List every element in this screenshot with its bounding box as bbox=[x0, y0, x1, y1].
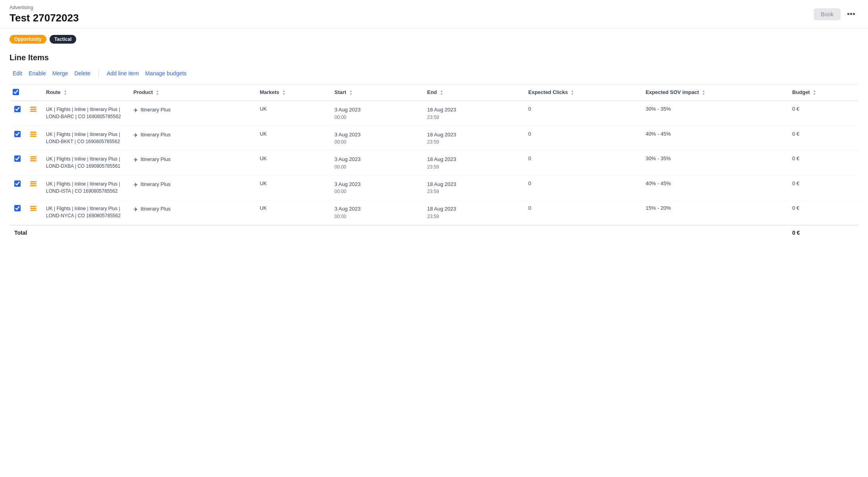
row-checkbox[interactable] bbox=[14, 155, 21, 162]
markets-cell: UK bbox=[255, 151, 329, 176]
end-sort-icon[interactable]: ▲▼ bbox=[440, 90, 443, 96]
end-time-value: 23:59 bbox=[427, 213, 519, 220]
opportunity-tag: Opportunity bbox=[10, 35, 46, 44]
markets-cell: UK bbox=[255, 126, 329, 151]
row-checkbox[interactable] bbox=[14, 106, 21, 112]
start-date-value: 3 Aug 2023 bbox=[335, 106, 418, 114]
header-actions: Book ••• bbox=[814, 8, 858, 20]
clicks-cell: 0 bbox=[523, 200, 641, 225]
start-date: 3 Aug 2023 00:00 bbox=[335, 106, 418, 121]
drag-handle-cell bbox=[25, 151, 41, 176]
start-time-value: 00:00 bbox=[335, 114, 418, 121]
table-row: UK | Flights | Inline | Itinerary Plus |… bbox=[10, 101, 858, 126]
table-row: UK | Flights | Inline | Itinerary Plus |… bbox=[10, 175, 858, 200]
start-cell: 3 Aug 2023 00:00 bbox=[330, 200, 423, 225]
start-cell: 3 Aug 2023 00:00 bbox=[330, 126, 423, 151]
drag-handle[interactable] bbox=[30, 131, 37, 137]
plane-icon: ✈ bbox=[133, 157, 138, 163]
end-cell: 18 Aug 2023 23:59 bbox=[422, 101, 523, 126]
sov-cell: 40% - 45% bbox=[641, 175, 787, 200]
plane-icon: ✈ bbox=[133, 132, 138, 138]
enable-button[interactable]: Enable bbox=[25, 69, 49, 78]
end-date: 18 Aug 2023 23:59 bbox=[427, 106, 519, 121]
drag-handle[interactable] bbox=[30, 205, 37, 211]
markets-sort-icon[interactable]: ▲▼ bbox=[282, 90, 285, 96]
clicks-cell: 0 bbox=[523, 175, 641, 200]
row-checkbox[interactable] bbox=[14, 180, 21, 187]
end-time-value: 23:59 bbox=[427, 188, 519, 195]
route-cell: UK | Flights | Inline | Itinerary Plus |… bbox=[41, 175, 129, 200]
end-date-value: 18 Aug 2023 bbox=[427, 180, 519, 188]
budget-cell: 0 € bbox=[787, 151, 858, 176]
total-row: Total 0 € bbox=[10, 225, 858, 240]
clicks-sort-icon[interactable]: ▲▼ bbox=[571, 90, 574, 96]
sov-sort-icon[interactable]: ▲▼ bbox=[702, 90, 705, 96]
route-sort-icon[interactable]: ▲▼ bbox=[64, 90, 67, 96]
product-name: Itinerary Plus bbox=[140, 181, 171, 187]
add-line-item-button[interactable]: Add line item bbox=[104, 69, 142, 78]
start-sort-icon[interactable]: ▲▼ bbox=[349, 90, 352, 96]
end-time-value: 23:59 bbox=[427, 138, 519, 146]
delete-button[interactable]: Delete bbox=[71, 69, 93, 78]
start-header: Start ▲▼ bbox=[330, 85, 423, 101]
markets-cell: UK bbox=[255, 101, 329, 126]
route-header: Route ▲▼ bbox=[41, 85, 129, 101]
row-checkbox[interactable] bbox=[14, 131, 21, 137]
select-all-header bbox=[10, 85, 25, 101]
table-row: UK | Flights | Inline | Itinerary Plus |… bbox=[10, 126, 858, 151]
manage-budgets-button[interactable]: Manage budgets bbox=[142, 69, 190, 78]
end-cell: 18 Aug 2023 23:59 bbox=[422, 175, 523, 200]
toolbar: Edit Enable Merge Delete Add line item M… bbox=[0, 65, 868, 84]
route-cell: UK | Flights | Inline | Itinerary Plus |… bbox=[41, 151, 129, 176]
toolbar-divider bbox=[98, 69, 99, 77]
drag-handle-cell bbox=[25, 101, 41, 126]
drag-handle[interactable] bbox=[30, 106, 37, 112]
table-row: UK | Flights | Inline | Itinerary Plus |… bbox=[10, 200, 858, 225]
merge-button[interactable]: Merge bbox=[49, 69, 71, 78]
sov-cell: 30% - 35% bbox=[641, 151, 787, 176]
drag-handle[interactable] bbox=[30, 155, 37, 161]
end-time-value: 23:59 bbox=[427, 163, 519, 170]
product-content: ✈ Itinerary Plus bbox=[133, 180, 250, 188]
clicks-cell: 0 bbox=[523, 151, 641, 176]
end-date-value: 18 Aug 2023 bbox=[427, 131, 519, 139]
route-text: UK | Flights | Inline | Itinerary Plus |… bbox=[46, 180, 124, 195]
route-text: UK | Flights | Inline | Itinerary Plus |… bbox=[46, 205, 124, 219]
page-title: Test 27072023 bbox=[10, 12, 858, 24]
row-checkbox-cell bbox=[10, 175, 25, 200]
budget-sort-icon[interactable]: ▲▼ bbox=[813, 90, 816, 96]
line-items-table-container: Route ▲▼ Product ▲▼ Markets ▲▼ Start ▲▼ bbox=[0, 84, 868, 240]
drag-handle[interactable] bbox=[30, 180, 37, 186]
start-date: 3 Aug 2023 00:00 bbox=[335, 180, 418, 195]
row-checkbox[interactable] bbox=[14, 205, 21, 211]
edit-button[interactable]: Edit bbox=[10, 69, 25, 78]
end-date-value: 18 Aug 2023 bbox=[427, 155, 519, 163]
total-label: Total bbox=[10, 225, 787, 240]
more-button[interactable]: ••• bbox=[844, 8, 858, 20]
markets-header: Markets ▲▼ bbox=[255, 85, 329, 101]
end-cell: 18 Aug 2023 23:59 bbox=[422, 151, 523, 176]
end-date-value: 18 Aug 2023 bbox=[427, 205, 519, 213]
clicks-cell: 0 bbox=[523, 101, 641, 126]
end-date: 18 Aug 2023 23:59 bbox=[427, 131, 519, 146]
product-sort-icon[interactable]: ▲▼ bbox=[156, 90, 159, 96]
product-content: ✈ Itinerary Plus bbox=[133, 131, 250, 138]
drag-handle-cell bbox=[25, 200, 41, 225]
sov-cell: 30% - 35% bbox=[641, 101, 787, 126]
book-button[interactable]: Book bbox=[814, 8, 841, 20]
start-date-value: 3 Aug 2023 bbox=[335, 180, 418, 188]
plane-icon: ✈ bbox=[133, 107, 138, 113]
page-subtitle: Advertising bbox=[10, 5, 858, 10]
product-cell: ✈ Itinerary Plus bbox=[129, 126, 255, 151]
start-time-value: 00:00 bbox=[335, 163, 418, 170]
product-cell: ✈ Itinerary Plus bbox=[129, 151, 255, 176]
drag-handle-cell bbox=[25, 175, 41, 200]
end-date-value: 18 Aug 2023 bbox=[427, 106, 519, 114]
end-cell: 18 Aug 2023 23:59 bbox=[422, 200, 523, 225]
product-header: Product ▲▼ bbox=[129, 85, 255, 101]
budget-cell: 0 € bbox=[787, 175, 858, 200]
route-text: UK | Flights | Inline | Itinerary Plus |… bbox=[46, 106, 124, 120]
select-all-checkbox[interactable] bbox=[13, 89, 19, 95]
clicks-cell: 0 bbox=[523, 126, 641, 151]
product-content: ✈ Itinerary Plus bbox=[133, 205, 250, 213]
